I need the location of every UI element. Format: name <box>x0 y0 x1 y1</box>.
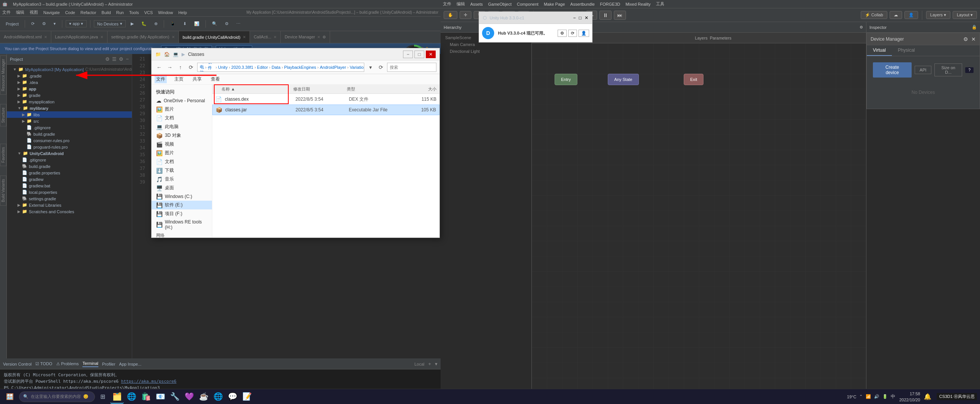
as-app-dropdown[interactable]: ▾ app ▾ <box>66 20 86 27</box>
path-segment[interactable]: 2020.3.38f1 <box>231 65 253 70</box>
tree-item-libs[interactable]: ▶ 📁 libs <box>7 111 132 118</box>
unity-menu-assertbundle[interactable]: Assertbundle <box>570 2 595 6</box>
fe-close-btn[interactable]: ✕ <box>426 51 436 58</box>
animator-state-any[interactable]: Any State <box>608 74 639 85</box>
close-icon[interactable]: ✕ <box>100 35 103 39</box>
taskbar-app-discord[interactable]: 💬 <box>226 390 239 404</box>
hub-user-btn[interactable]: 👤 <box>579 30 589 37</box>
as-menu-help[interactable]: Help <box>178 10 187 15</box>
unity-cloud-btn[interactable]: ☁ <box>889 11 902 19</box>
taskbar-app-store[interactable]: 🛍️ <box>139 390 153 404</box>
tree-item-gitignore-lib[interactable]: 📄 .gitignore <box>7 124 132 131</box>
path-segment[interactable]: 此电脑 <box>200 63 204 72</box>
taskbar-ime-indicator[interactable]: CS3D1 ⓔ风华云思 <box>937 393 977 400</box>
as-settings-btn[interactable]: ⚙ <box>40 20 49 27</box>
unity-hand-tool[interactable]: ✋ <box>444 11 457 19</box>
hierarchy-item[interactable]: Directional Light <box>442 48 530 55</box>
profiler-tab[interactable]: Profiler <box>102 362 116 366</box>
unity-menu-makepage[interactable]: Make Page <box>544 2 565 6</box>
path-segment[interactable]: 软件 (E:) <box>208 63 215 72</box>
fe-sidebar-windows-c[interactable]: 💾 Windows (C:) <box>151 192 212 201</box>
taskbar-start-btn[interactable]: 🪟 <box>3 390 17 404</box>
tree-item-gradle[interactable]: ▶ 📁 .gradle <box>7 73 132 79</box>
unity-layout-btn[interactable]: Layout ▾ <box>953 11 977 19</box>
unity-move-tool[interactable]: ✛ <box>460 11 471 19</box>
hub-minimize-btn[interactable]: − <box>573 15 576 21</box>
tab-device-manager[interactable]: Device Manager ✕ ⚙ <box>281 31 330 43</box>
as-menu-edit[interactable]: 编辑 <box>16 10 24 15</box>
fe-file-row-jar[interactable]: 📦 classes.jar 2022/8/5 3:54 Executable J… <box>212 104 439 115</box>
unity-menu-forge3d[interactable]: FORGE3D <box>600 2 620 6</box>
taskbar-task-view-btn[interactable]: ⊞ <box>96 390 110 404</box>
unity-collab-btn[interactable]: ⚡ Collab <box>861 11 887 19</box>
dm-api-btn[interactable]: API <box>915 66 931 74</box>
taskbar-app-java[interactable]: ☕ <box>197 390 210 404</box>
path-segment[interactable]: Editor <box>257 65 268 70</box>
as-attach-btn[interactable]: ⊕ <box>151 20 160 27</box>
unity-menu-component[interactable]: Component <box>517 2 539 6</box>
as-devices-dropdown[interactable]: No Devices ▾ <box>94 20 126 27</box>
fe-sidebar-project-f[interactable]: 💾 项目 (F:) <box>151 209 212 218</box>
terminal-tab[interactable]: Terminal <box>83 361 99 367</box>
tree-item-root[interactable]: ▼ 📁 MyApplication3 [My Application] C:\U… <box>7 66 132 73</box>
tree-item-build-gradle-lib[interactable]: 🐘 build.gradle <box>7 131 132 137</box>
close-icon[interactable]: ✕ <box>274 35 277 39</box>
hub-close-btn[interactable]: ✕ <box>585 15 589 21</box>
dm-tab-physical[interactable]: Physical <box>892 45 921 56</box>
tree-item-myapplication[interactable]: ▶ 📁 myapplication <box>7 99 132 105</box>
fe-sidebar-docs-1[interactable]: 📄 文档 <box>151 113 212 122</box>
fe-sidebar-downloads[interactable]: ⬇️ 下载 <box>151 166 212 175</box>
animator-state-entry[interactable]: Entry <box>555 74 578 85</box>
path-segment[interactable]: AndroidPlayer <box>320 65 346 70</box>
tray-volume-icon[interactable]: 🔊 <box>874 394 879 399</box>
tree-item-app[interactable]: ▶ 📁 app <box>7 86 132 92</box>
todo-tab[interactable]: ☑ TODO <box>35 361 52 366</box>
fe-menu-view[interactable]: 查看 <box>209 75 221 83</box>
fe-menu-home[interactable]: 主页 <box>173 75 185 83</box>
fe-back-btn[interactable]: ← <box>154 63 164 72</box>
as-profile-btn[interactable]: 📊 <box>191 20 202 27</box>
tree-item-local-properties[interactable]: 📄 local.properties <box>7 189 132 195</box>
tree-item-idea[interactable]: ▶ 📁 .idea <box>7 79 132 86</box>
path-segment[interactable]: Unity <box>218 65 228 70</box>
tree-item-gradlew-bat[interactable]: 📄 gradlew.bat <box>7 182 132 189</box>
animator-state-exit[interactable]: Exit <box>684 74 703 85</box>
as-debug-btn[interactable]: 🐛 <box>138 20 149 27</box>
tree-item-external-libs[interactable]: ▶ 📁 External Libraries <box>7 202 132 208</box>
fe-sidebar-video[interactable]: 🎬 视频 <box>151 140 212 149</box>
dm-close-btn[interactable]: ✕ <box>971 36 976 42</box>
fe-sidebar-this-pc[interactable]: 💻 此电脑 <box>151 122 212 131</box>
tree-item-gitignore-unity[interactable]: 📄 .gitignore <box>7 156 132 163</box>
dm-help-btn[interactable]: ? <box>965 67 974 73</box>
tree-item-build-gradle-unity[interactable]: 🐘 build.gradle <box>7 163 132 169</box>
taskbar-app-vs[interactable]: 🔧 <box>168 390 181 404</box>
problems-tab[interactable]: ⚠ Problems <box>56 361 79 366</box>
tree-item-scratches[interactable]: ▶ 📁 Scratches and Consoles <box>7 208 132 215</box>
as-menu-build[interactable]: Build <box>102 10 111 15</box>
taskbar-app-edge[interactable]: 🌐 <box>124 390 138 404</box>
tab-callacti[interactable]: CallActi... ✕ <box>250 31 281 43</box>
unity-layers-btn[interactable]: Layers ▾ <box>926 11 950 19</box>
tree-item-unitycallandro[interactable]: ▼ 📁 UnityCallAndroid <box>7 150 132 156</box>
as-menu-window[interactable]: Window <box>158 10 173 15</box>
fe-col-size[interactable]: 大小 <box>401 86 436 92</box>
unity-menu-file[interactable]: 文件 <box>443 1 451 7</box>
as-sdk-btn[interactable]: ⬇ <box>180 20 189 27</box>
as-sync-btn[interactable]: ⟳ <box>29 20 37 27</box>
fe-sidebar-music[interactable]: 🎵 音乐 <box>151 175 212 184</box>
edge-tab-structure[interactable]: Structure <box>0 104 6 126</box>
fe-refresh-btn[interactable]: ⟳ <box>186 63 196 72</box>
hub-maximize-btn[interactable]: □ <box>579 15 582 21</box>
path-segment[interactable]: Data <box>272 65 280 70</box>
gear-icon[interactable]: ⚙ <box>323 35 326 39</box>
fe-up-btn[interactable]: ↑ <box>176 63 185 72</box>
taskbar-app-ps[interactable]: 💜 <box>182 390 196 404</box>
as-menu-tools[interactable]: Tools <box>129 10 139 15</box>
taskbar-app-explorer[interactable]: 🗂️ <box>110 390 124 404</box>
terminal-add-btn[interactable]: + <box>428 361 431 367</box>
tray-chevron-up-icon[interactable]: ⌃ <box>859 394 862 399</box>
fe-path-refresh-btn[interactable]: ⟳ <box>376 63 385 72</box>
tab-androidmanifest[interactable]: AndroidManifest.xml ✕ <box>0 31 51 43</box>
as-run-btn[interactable]: ▶ <box>128 20 136 27</box>
taskbar-app-chrome[interactable]: 🌐 <box>211 390 225 404</box>
